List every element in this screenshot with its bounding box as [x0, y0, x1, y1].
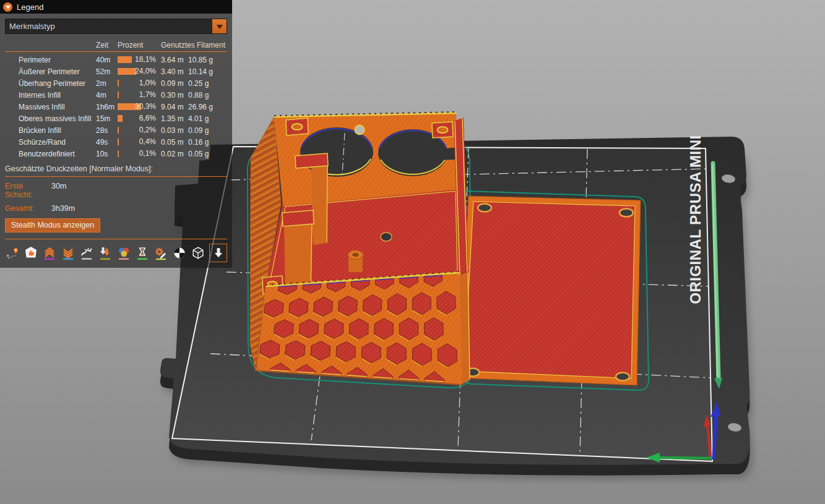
model-box[interactable] [250, 112, 470, 385]
app-window: ORIGINAL PRUSA MINI [0, 0, 825, 504]
feature-length: 0.09 m [161, 79, 188, 88]
feature-weight: 0.09 g [188, 126, 227, 135]
model-lid[interactable] [458, 196, 641, 385]
bed-label: ORIGINAL PRUSA MINI [687, 135, 704, 304]
feature-time: 4m [96, 91, 118, 100]
feature-length: 1.35 m [161, 114, 188, 123]
table-row[interactable]: Brücken Infill28s0,2%0.03 m0.09 g [5, 124, 227, 136]
dropdown-arrow-button[interactable] [212, 19, 227, 33]
feature-length: 0.03 m [161, 126, 188, 135]
deretractions-icon[interactable] [61, 246, 76, 260]
percent-bar-cell: 18,1% [118, 54, 161, 66]
feature-time: 52m [96, 67, 118, 76]
seams-icon[interactable] [79, 246, 94, 260]
feature-percent: 6,6% [139, 113, 156, 124]
feature-length: 3.64 m [161, 56, 188, 64]
table-row[interactable]: Oberes massives Infill15m6,6%1.35 m4.01 … [5, 113, 227, 124]
percent-bar [118, 115, 123, 122]
view-type-dropdown[interactable]: Merkmalstyp [5, 19, 227, 34]
box-front-wall [256, 271, 462, 385]
feature-weight: 10.14 g [188, 67, 227, 76]
retractions-icon[interactable] [42, 246, 57, 260]
feature-weight: 0.25 g [188, 79, 227, 88]
feature-time: 1h6m [96, 103, 118, 111]
feature-label: Überhang Perimeter [19, 79, 96, 88]
color-changes-icon[interactable] [116, 246, 131, 260]
shells-icon[interactable] [191, 246, 205, 260]
feature-percent: 30,3% [135, 101, 156, 113]
feature-weight: 0.05 g [188, 150, 227, 158]
table-row[interactable]: Perimeter40m18,1%3.64 m10.85 g [5, 54, 227, 66]
feature-weight: 0.16 g [188, 138, 227, 147]
col-header-filament: Genutztes Filament [161, 41, 227, 49]
feature-percent: 0,1% [139, 148, 156, 160]
tool-changes-icon[interactable] [98, 246, 113, 260]
feature-percent: 1,7% [139, 89, 156, 101]
feature-label: Perimeter [19, 56, 96, 64]
feature-percent: 24,0% [135, 66, 156, 77]
feature-length: 0.05 m [161, 138, 188, 147]
table-row[interactable]: Schürze/Rand49s0,4%0.05 m0.16 g [5, 136, 227, 148]
total-label: Gesamt: [5, 204, 51, 213]
feature-time: 15m [96, 114, 118, 123]
percent-bar [118, 68, 136, 75]
feature-length: 9.04 m [161, 103, 188, 111]
center-of-mass-icon[interactable] [172, 246, 187, 260]
feature-length: 0.02 m [161, 150, 188, 158]
feature-label: Benutzerdefiniert [19, 150, 96, 158]
legend-body: Merkmalstyp Zeit Prozent Genutztes Filam… [0, 14, 232, 268]
feature-label: Oberes massives Infill [19, 114, 96, 123]
percent-bar-cell: 24,0% [118, 66, 161, 77]
percent-bar-cell: 6,6% [118, 113, 161, 124]
view-type-value: Merkmalstyp [6, 19, 212, 33]
table-row[interactable]: Benutzerdefiniert10s0,1%0.02 m0.05 g [5, 148, 227, 160]
feature-percent: 1,0% [139, 77, 156, 89]
feature-time: 2m [96, 79, 118, 88]
feature-label: Brücken Infill [19, 126, 96, 135]
table-row[interactable]: Massives Infill1h6m30,3%9.04 m26.96 g [5, 101, 227, 113]
percent-bar-cell: 0,4% [118, 136, 161, 148]
col-header-time: Zeit [96, 41, 118, 49]
feature-weight: 0.88 g [188, 91, 227, 100]
table-row[interactable]: Überhang Perimeter2m1,0%0.09 m0.25 g [5, 77, 227, 89]
legend-title: Legend [17, 2, 43, 12]
collapse-icon[interactable] [3, 2, 12, 12]
percent-bar [118, 127, 119, 134]
feature-length: 3.40 m [161, 67, 188, 76]
legend-titlebar: Legend [0, 0, 232, 14]
view-toolbar [5, 244, 227, 262]
first-layer-label: Erste Schicht: [5, 182, 51, 199]
feature-label: Internes Infill [19, 91, 96, 100]
feature-label: Äußerer Perimeter [19, 67, 96, 76]
first-layer-row: Erste Schicht: 30m [5, 182, 227, 199]
pause-prints-icon[interactable] [135, 246, 150, 260]
custom-gcodes-icon[interactable] [153, 246, 168, 260]
travel-icon[interactable] [5, 246, 20, 260]
feature-label: Schürze/Rand [19, 138, 96, 147]
percent-bar-cell: 1,7% [118, 89, 161, 101]
table-row[interactable]: Internes Infill4m1,7%0.30 m0.88 g [5, 89, 227, 101]
feature-percent: 18,1% [135, 54, 156, 66]
percent-bar [118, 139, 119, 145]
feature-label: Massives Infill [19, 103, 96, 111]
stealth-mode-button[interactable]: Stealth Modus anzeigen [5, 218, 100, 233]
wipe-icon[interactable] [24, 246, 38, 260]
feature-time: 49s [96, 138, 118, 147]
tool-marker-icon[interactable] [209, 244, 227, 262]
toolbar-divider [5, 239, 227, 239]
percent-bar-cell: 0,1% [118, 148, 161, 160]
feature-percent: 0,2% [139, 124, 156, 136]
percent-bar [118, 150, 119, 157]
estimates-heading: Geschätzte Druckzeiten [Normaler Modus]: [5, 164, 227, 177]
percent-bar-cell: 30,3% [118, 101, 161, 113]
table-header: Zeit Prozent Genutztes Filament [5, 39, 227, 52]
feature-weight: 26.96 g [188, 103, 227, 111]
feature-weight: 4.01 g [188, 114, 227, 123]
col-header-percent: Prozent [118, 41, 161, 49]
feature-percent: 0,4% [139, 136, 156, 148]
table-row[interactable]: Äußerer Perimeter52m24,0%3.40 m10.14 g [5, 66, 227, 77]
first-layer-value: 30m [51, 182, 66, 199]
feature-length: 0.30 m [161, 91, 188, 100]
feature-time: 40m [96, 56, 118, 64]
legend-panel: Legend Merkmalstyp Zeit Prozent Genutzte… [0, 0, 232, 268]
